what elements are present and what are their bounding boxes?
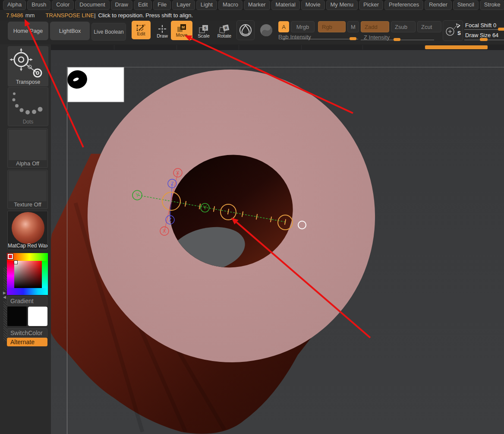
draw-size-label: Draw Size xyxy=(465,32,491,38)
menu-item-alpha[interactable]: Alpha xyxy=(3,0,26,10)
a-toggle[interactable]: A xyxy=(278,21,289,32)
rotate-button[interactable]: R Rotate xyxy=(215,23,234,40)
stroke-dots-button[interactable]: Dots xyxy=(8,87,48,126)
live-boolean-button[interactable]: Live Boolean xyxy=(91,23,126,41)
draw-size-value: 64 xyxy=(492,32,498,38)
switch-color-white-swatch[interactable] xyxy=(28,307,47,326)
alpha-off-thumbnail xyxy=(9,130,47,160)
focal-shift-value: 0 xyxy=(493,22,496,29)
focal-shift-handle[interactable] xyxy=(498,28,504,31)
dots-stroke-icon xyxy=(8,88,48,119)
draw-button[interactable]: Draw xyxy=(154,23,170,40)
menu-item-macro[interactable]: Macro xyxy=(218,0,243,10)
edit-icon xyxy=(136,24,146,31)
tray-expand-arrow-icon[interactable]: ▶ xyxy=(3,291,6,295)
menu-item-stencil[interactable]: Stencil xyxy=(453,0,479,10)
svg-text:Y: Y xyxy=(203,205,207,211)
hue-band-bottom[interactable] xyxy=(7,288,48,295)
texture-off-label: Texture Off xyxy=(8,201,47,208)
edit-button[interactable]: Edit xyxy=(132,21,151,39)
edit-button-label: Edit xyxy=(137,32,145,36)
sculptris-pro-button[interactable] xyxy=(236,20,255,40)
lightbox-button[interactable]: LightBox xyxy=(50,22,90,40)
sculptris-pro-icon xyxy=(239,23,252,37)
svg-text:S: S xyxy=(457,30,461,36)
menu-item-file[interactable]: File xyxy=(153,0,171,10)
transpose-brush-label: Transpose xyxy=(8,79,48,85)
menu-item-material[interactable]: Material xyxy=(271,0,300,10)
zcut-toggle[interactable]: Zcut xyxy=(417,21,441,32)
svg-text:Z: Z xyxy=(171,181,174,186)
gradient-button[interactable]: Gradient xyxy=(7,296,47,306)
scale-icon: S xyxy=(199,25,208,33)
texture-off-button[interactable]: Texture Off xyxy=(7,170,48,209)
menu-item-color[interactable]: Color xyxy=(52,0,74,10)
hue-band-right[interactable] xyxy=(42,261,48,288)
tool-label-separator: | xyxy=(94,12,95,19)
canvas-top-divider xyxy=(51,44,504,50)
hue-band-top[interactable] xyxy=(7,253,48,261)
menu-item-render[interactable]: Render xyxy=(425,0,452,10)
zadd-toggle[interactable]: Zadd xyxy=(361,21,389,32)
alternate-button[interactable]: Alternate xyxy=(7,338,47,346)
matcap-sphere-preview xyxy=(12,212,44,244)
menu-item-light[interactable]: Light xyxy=(196,0,217,10)
menu-item-my-menu[interactable]: My Menu xyxy=(326,0,358,10)
color-picker[interactable] xyxy=(7,253,48,295)
draw-size-handle[interactable] xyxy=(480,38,488,41)
tray-divider-strip-lower[interactable] xyxy=(3,301,7,341)
rgb-toggle[interactable]: Rgb xyxy=(318,21,346,32)
rotate-button-label: Rotate xyxy=(217,34,231,38)
move-button-label: Move xyxy=(176,33,188,38)
menu-item-draw[interactable]: Draw xyxy=(111,0,132,10)
m-toggle[interactable]: M xyxy=(347,21,359,32)
menu-item-preferences[interactable]: Preferences xyxy=(384,0,423,10)
document-canvas[interactable]: Y Y X X Z Z xyxy=(51,50,504,434)
zsub-toggle[interactable]: Zsub xyxy=(391,21,416,32)
rotate-icon: R xyxy=(219,25,230,33)
dots-stroke-label: Dots xyxy=(8,119,48,125)
divider-scroll-thumb[interactable] xyxy=(425,45,488,49)
material-matcap-button[interactable]: MatCap Red Wax xyxy=(7,211,48,250)
menu-item-edit[interactable]: Edit xyxy=(134,0,152,10)
menu-item-movie[interactable]: Movie xyxy=(301,0,325,10)
polypaint-sphere-button[interactable] xyxy=(257,20,275,40)
saturation-value-square[interactable] xyxy=(14,261,42,288)
status-bar: 7.9486 mm TRANSPOSE LINE | Click to repo… xyxy=(0,10,504,20)
stroke-icon: S xyxy=(444,22,462,39)
svg-text:S: S xyxy=(204,26,206,30)
focal-shift-label: Focal Shift xyxy=(465,22,491,29)
document-preview-thumbnail xyxy=(66,67,124,102)
home-page-button[interactable]: Home Page xyxy=(8,22,48,40)
polypaint-sphere-icon xyxy=(259,23,273,37)
switch-color-black-swatch[interactable] xyxy=(7,307,27,326)
alpha-off-button[interactable]: Alpha Off xyxy=(7,128,48,168)
sv-cursor[interactable] xyxy=(14,261,17,264)
svg-text:X: X xyxy=(176,170,180,175)
left-tray: Transpose Dots Alpha Off Texture Off xyxy=(0,44,51,434)
menu-item-marker[interactable]: Marker xyxy=(244,0,270,10)
rgb-intensity-handle[interactable] xyxy=(350,37,356,40)
tray-collapse-arrow-icon[interactable]: ◀ xyxy=(3,295,6,299)
brush-transpose-button[interactable]: Transpose xyxy=(8,46,48,86)
draw-crosshair-icon xyxy=(158,25,167,33)
svg-text:M: M xyxy=(182,25,185,29)
stroke-lazy-mouse-button[interactable]: S xyxy=(443,20,463,41)
menu-item-document[interactable]: Document xyxy=(75,0,109,10)
mrgb-toggle[interactable]: Mrgb xyxy=(291,21,315,32)
rgb-intensity-track[interactable] xyxy=(279,39,358,39)
switchcolor-button[interactable]: SwitchColor xyxy=(7,328,47,338)
move-button[interactable]: M Move xyxy=(171,21,192,40)
menu-item-picker[interactable]: Picker xyxy=(359,0,383,10)
tray-divider-strip-upper[interactable] xyxy=(3,267,7,291)
menu-item-stroke[interactable]: Stroke xyxy=(480,0,504,10)
active-tool-label: TRANSPOSE LINE xyxy=(45,12,94,19)
z-intensity-handle[interactable] xyxy=(394,38,400,41)
hue-band-left[interactable] xyxy=(7,261,14,288)
measurement-unit: mm xyxy=(25,12,35,19)
menu-item-layer[interactable]: Layer xyxy=(172,0,195,10)
scale-button[interactable]: S Scale xyxy=(195,23,212,40)
menu-item-brush[interactable]: Brush xyxy=(27,0,50,10)
current-color-swatch xyxy=(8,254,13,259)
move-icon: M xyxy=(177,24,186,32)
